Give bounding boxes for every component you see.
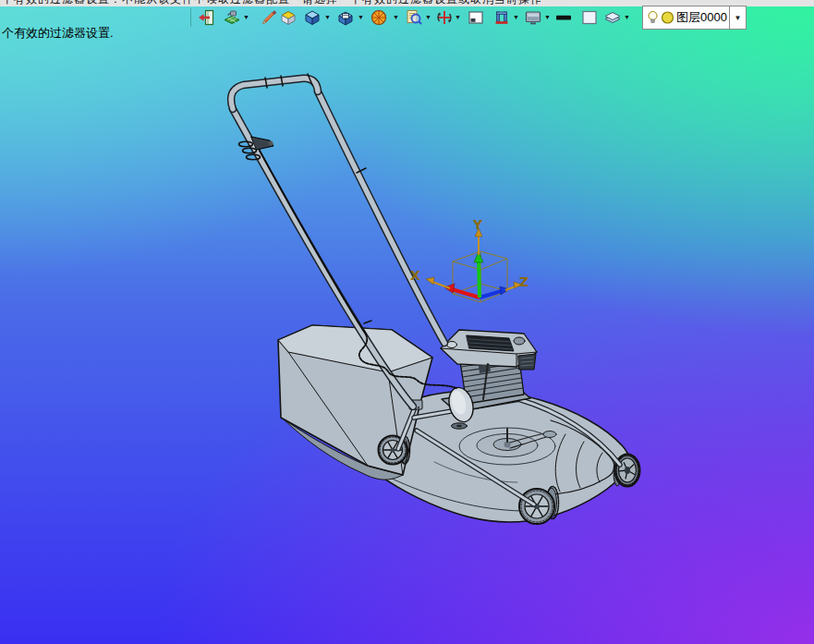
height-tool-icon (492, 8, 511, 27)
viewport-3d[interactable]: X Y Z (0, 0, 814, 644)
color-swatch-icon (580, 8, 599, 27)
lawn-mower-model[interactable] (231, 74, 639, 524)
layer-color-icon (661, 9, 674, 26)
layer-combo[interactable]: 图层0000 ▼ (642, 6, 747, 30)
render-environment-button[interactable] (222, 7, 242, 28)
line-width-button[interactable] (553, 7, 574, 28)
orange-slices-button[interactable] (369, 7, 389, 28)
axis-label-x: X (410, 268, 420, 283)
axis-label-z: Z (519, 274, 528, 289)
viewport-window-icon (467, 8, 485, 27)
pencil-icon (260, 8, 278, 27)
layer-combo-dropdown-button[interactable]: ▼ (729, 6, 747, 30)
cube-window-icon (336, 8, 355, 27)
light-bulb-icon (647, 9, 659, 26)
orange-slices-dropdown-arrow[interactable]: ▼ (393, 14, 399, 20)
front-wheel (379, 436, 410, 465)
pencil-edit-button[interactable] (259, 7, 279, 28)
app-window: 个有效的过滤器设置：不能从该文件中读取过滤器配置 请选择一个有效的过滤器设置或取… (0, 0, 814, 644)
display-monitor-button[interactable] (523, 7, 543, 28)
layer-combo-value: 图层0000 (676, 9, 727, 26)
rotate-view-icon (435, 8, 454, 27)
shaded-cube-icon (303, 8, 322, 27)
rotate-view-dropdown-arrow[interactable]: ▼ (455, 14, 461, 20)
render-environment-icon (223, 8, 241, 27)
display-monitor-icon (524, 8, 542, 27)
exit-door-icon (197, 8, 215, 27)
open-box-button[interactable] (278, 7, 298, 28)
open-box-icon (279, 8, 298, 27)
clipped-status-text: 个有效的过滤器设置：不能从该文件中读取过滤器配置 请选择一个有效的过滤器设置或取… (2, 0, 542, 6)
layers-button[interactable] (602, 7, 623, 28)
layers-icon (603, 8, 622, 27)
cube-window-dropdown-arrow[interactable]: ▼ (358, 14, 364, 20)
shaded-cube-button[interactable] (302, 7, 322, 28)
zoom-document-icon (405, 8, 423, 27)
exit-render-button[interactable] (196, 7, 216, 28)
line-width-icon (554, 8, 573, 27)
prompt-message: 个有效的过滤器设置. (2, 25, 114, 42)
zoom-document-button[interactable] (404, 7, 424, 28)
axis-label-y: Y (472, 217, 483, 232)
zoom-document-dropdown-arrow[interactable]: ▼ (425, 14, 431, 20)
rotate-view-button[interactable] (434, 7, 455, 28)
toolbar-separator (190, 8, 191, 27)
axis-triad: X Y Z (410, 217, 528, 302)
render-dropdown-arrow[interactable]: ▼ (243, 14, 249, 20)
height-tool-button[interactable] (492, 7, 512, 28)
layer-combo-field[interactable]: 图层0000 (642, 6, 729, 30)
combo-arrow-icon: ▼ (735, 14, 742, 22)
middle-wheel (519, 487, 559, 525)
cube-window-button[interactable] (335, 7, 356, 28)
display-monitor-dropdown-arrow[interactable]: ▼ (544, 14, 551, 20)
color-swatch-button[interactable] (579, 7, 600, 28)
shaded-cube-dropdown-arrow[interactable]: ▼ (324, 14, 331, 20)
viewport-window-button[interactable] (466, 7, 486, 28)
layers-dropdown-arrow[interactable]: ▼ (624, 14, 630, 20)
height-tool-dropdown-arrow[interactable]: ▼ (513, 14, 519, 20)
orange-slices-icon (370, 8, 388, 27)
